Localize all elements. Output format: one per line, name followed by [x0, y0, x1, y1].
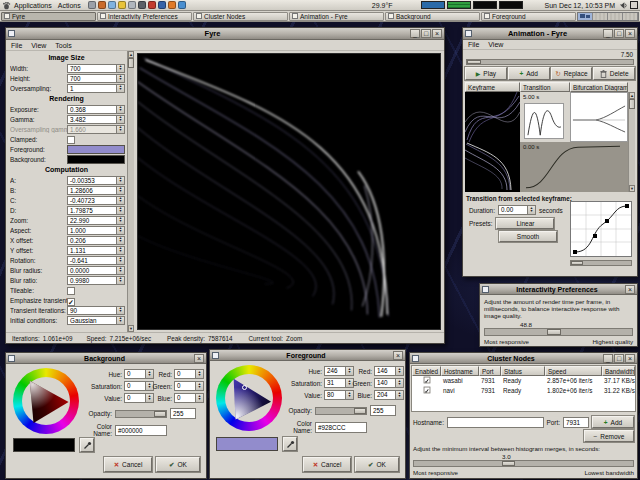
render-time-slider[interactable]	[484, 328, 633, 336]
blur-radius-spinner[interactable]: 0.0000	[67, 266, 125, 275]
launcher-icon-6[interactable]	[138, 1, 146, 9]
maximize-button[interactable]: □	[421, 29, 431, 38]
minimize-button[interactable]: _	[603, 354, 613, 363]
taskbar-item-animation[interactable]: Animation - Fyre	[289, 12, 384, 21]
node-row-navi[interactable]: navi 7931 Ready 1.802e+06 iter/s 31.22 K…	[412, 386, 635, 396]
monitor-applet-black-2[interactable]	[499, 1, 523, 9]
enabled-checkbox[interactable]	[423, 387, 430, 394]
fyre-titlebar[interactable]: Fyre _□×	[6, 28, 444, 40]
c-spinner[interactable]: -0.40723	[67, 196, 125, 205]
blue-spinner[interactable]: 0	[174, 393, 204, 403]
keyframe-list-scrollbar[interactable]: ▲ ▼	[628, 92, 635, 192]
ok-button[interactable]: ✔OK	[355, 457, 399, 472]
scrollbar-thumb[interactable]	[128, 58, 134, 68]
a-spinner[interactable]: -0.00353	[67, 176, 125, 185]
port-input[interactable]: 7931	[563, 417, 589, 428]
scrollbar-thumb[interactable]	[571, 261, 583, 265]
scrollbar-thumb[interactable]	[629, 99, 635, 109]
replace-button[interactable]: ↻Replace	[551, 67, 593, 80]
y-offset-spinner[interactable]: 1.131	[67, 246, 125, 255]
slider-thumb[interactable]	[154, 411, 166, 417]
zoom-spinner[interactable]: 22.990	[67, 216, 125, 225]
duration-spinner[interactable]: 0.00	[498, 205, 536, 215]
render-canvas[interactable]	[137, 53, 441, 330]
launcher-icon-5[interactable]	[128, 1, 136, 9]
clock-applet[interactable]: Sun Dec 12, 10:53 PM	[545, 2, 615, 9]
scroll-up-icon[interactable]: ▲	[128, 51, 134, 58]
cancel-button[interactable]: ✕Cancel	[104, 457, 152, 472]
minimize-button[interactable]: _	[410, 29, 420, 38]
foreground-color-button[interactable]	[67, 145, 125, 154]
close-button[interactable]: ×	[625, 354, 635, 363]
column-transition[interactable]: Transition	[520, 82, 570, 92]
scroll-up-icon[interactable]: ▲	[629, 92, 635, 99]
taskbar-item-interactivity[interactable]: Interactivity Preferences	[97, 12, 192, 21]
close-button[interactable]: ×	[432, 29, 442, 38]
red-spinner[interactable]: 146	[374, 366, 404, 376]
timeline-slider[interactable]	[466, 59, 634, 65]
applications-menu[interactable]: Applications	[11, 2, 55, 9]
menu-tools[interactable]: Tools	[55, 42, 71, 49]
value-spinner[interactable]: 80	[324, 390, 354, 400]
slider-thumb[interactable]	[502, 461, 515, 466]
opacity-value[interactable]: 255	[170, 408, 196, 419]
column-bandwidth[interactable]: Bandwidth	[602, 366, 635, 376]
gnome-foot-icon[interactable]	[2, 1, 11, 10]
column-status[interactable]: Status	[501, 366, 545, 376]
tray-box[interactable]	[630, 1, 638, 9]
close-button[interactable]: ×	[625, 29, 635, 38]
interactivity-titlebar[interactable]: Interactivity Preferences ×	[480, 284, 637, 295]
taskbar-item-fyre[interactable]: Fyre	[1, 12, 96, 21]
keyframe-row-1[interactable]: 5.00 s	[465, 92, 628, 142]
curve-editor-scrollbar[interactable]	[570, 260, 632, 266]
opacity-value[interactable]: 255	[370, 405, 396, 416]
monitor-applet-green[interactable]	[447, 1, 471, 9]
eyedropper-button[interactable]	[283, 437, 297, 451]
oversampling-spinner[interactable]: 1	[67, 84, 125, 93]
column-keyframe[interactable]: Keyframe	[465, 82, 520, 92]
hostname-input[interactable]	[447, 417, 544, 428]
slider-thumb[interactable]	[354, 408, 366, 414]
taskbar-item-cluster[interactable]: Cluster Nodes	[193, 12, 288, 21]
close-button[interactable]: ×	[194, 354, 204, 363]
background-color-button[interactable]	[67, 155, 125, 164]
launcher-icon-3[interactable]	[108, 1, 116, 9]
eyedropper-button[interactable]	[80, 438, 94, 452]
column-hostname[interactable]: Hostname	[441, 366, 479, 376]
clamped-checkbox[interactable]	[67, 136, 75, 144]
play-button[interactable]: ▶Play	[465, 67, 507, 80]
smooth-preset-button[interactable]: Smooth	[499, 231, 557, 242]
color-wheel[interactable]	[216, 365, 282, 431]
saturation-spinner[interactable]: 31	[324, 378, 354, 388]
color-name-input[interactable]: #928CCC	[315, 422, 367, 433]
red-spinner[interactable]: 0	[174, 369, 204, 379]
actions-menu[interactable]: Actions	[55, 2, 84, 9]
saturation-spinner[interactable]: 0	[124, 381, 154, 391]
menu-view[interactable]: View	[31, 42, 46, 49]
hue-spinner[interactable]: 0	[124, 369, 154, 379]
remove-node-button[interactable]: −Remove	[584, 430, 634, 442]
workspace-2[interactable]	[593, 13, 608, 20]
animation-titlebar[interactable]: Animation - Fyre _□×	[463, 28, 637, 40]
launcher-icon-4[interactable]	[118, 1, 126, 9]
keyframe-row-2-selected[interactable]: 0.00 s	[465, 142, 628, 192]
green-spinner[interactable]: 140	[374, 378, 404, 388]
height-spinner[interactable]: 700	[67, 74, 125, 83]
launcher-icon-7[interactable]	[148, 1, 156, 9]
cancel-button[interactable]: ✕Cancel	[303, 457, 351, 472]
taskbar-item-background[interactable]: Background	[385, 12, 480, 21]
exposure-spinner[interactable]: 0.368	[67, 105, 125, 114]
workspace-pager[interactable]	[577, 12, 639, 21]
node-row-wasabi[interactable]: wasabi 7931 Ready 2.857e+06 iter/s 37.17…	[412, 376, 635, 386]
menu-view[interactable]: View	[488, 41, 503, 48]
column-speed[interactable]: Speed	[545, 366, 602, 376]
close-button[interactable]: ×	[625, 285, 635, 294]
minimize-button[interactable]: _	[603, 29, 613, 38]
launcher-icon-8[interactable]	[158, 1, 166, 9]
gamma-spinner[interactable]: 3.482	[67, 115, 125, 124]
background-titlebar[interactable]: Background ×	[6, 353, 206, 364]
column-bifurcation[interactable]: Bifurcation Diagram	[570, 82, 628, 92]
value-spinner[interactable]: 0	[124, 393, 154, 403]
workspace-4[interactable]	[623, 13, 638, 20]
launcher-icon-1[interactable]	[88, 1, 96, 9]
